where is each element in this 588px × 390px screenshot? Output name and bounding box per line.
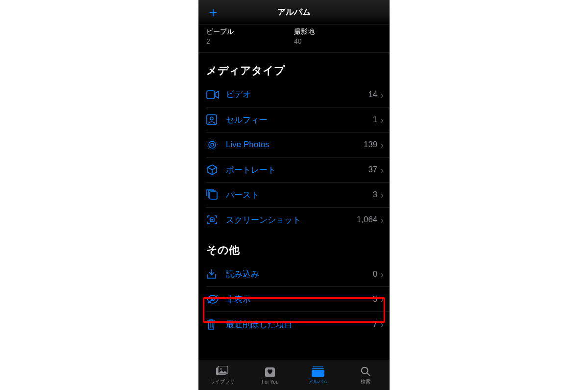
album-people[interactable]: ピープル 2 bbox=[206, 27, 294, 45]
row-label: ポートレート bbox=[226, 164, 368, 176]
album-name: 撮影地 bbox=[294, 27, 382, 36]
navbar: ＋ アルバム bbox=[198, 0, 390, 25]
media-type-list: ビデオ 14 › セルフィー 1 › Live Photos 139 › ポート… bbox=[198, 82, 390, 232]
section-header-media: メディアタイプ bbox=[198, 52, 390, 82]
row-count: 0 bbox=[373, 269, 377, 279]
row-count: 1,064 bbox=[357, 215, 378, 225]
row-label: Live Photos bbox=[226, 140, 364, 150]
svg-rect-6 bbox=[210, 192, 217, 199]
svg-line-21 bbox=[367, 373, 370, 376]
add-button[interactable]: ＋ bbox=[206, 5, 220, 19]
tab-search[interactable]: 検索 bbox=[342, 361, 390, 390]
svg-point-4 bbox=[209, 141, 216, 148]
album-count: 40 bbox=[294, 37, 382, 45]
row-count: 139 bbox=[364, 140, 377, 150]
row-screenshots[interactable]: スクリーンショット 1,064 › bbox=[206, 207, 390, 232]
tab-library[interactable]: ライブラリ bbox=[198, 361, 246, 390]
album-name: ピープル bbox=[206, 27, 294, 36]
top-album-row: ピープル 2 撮影地 40 bbox=[198, 25, 390, 52]
tab-label: For You bbox=[262, 379, 278, 385]
row-label: スクリーンショット bbox=[226, 214, 357, 226]
row-count: 14 bbox=[368, 90, 377, 100]
row-selfies[interactable]: セルフィー 1 › bbox=[206, 107, 390, 132]
row-count: 37 bbox=[368, 165, 377, 175]
live-photos-icon bbox=[206, 139, 226, 151]
row-count: 7 bbox=[373, 319, 377, 329]
row-label: ビデオ bbox=[226, 89, 368, 100]
chevron-right-icon: › bbox=[380, 190, 384, 200]
row-videos[interactable]: ビデオ 14 › bbox=[206, 82, 390, 107]
selfie-icon bbox=[206, 114, 226, 125]
svg-point-15 bbox=[220, 368, 221, 369]
tab-for-you[interactable]: For You bbox=[246, 361, 294, 390]
chevron-right-icon: › bbox=[380, 165, 384, 175]
chevron-right-icon: › bbox=[380, 215, 384, 225]
svg-rect-18 bbox=[312, 368, 324, 369]
row-label: 非表示 bbox=[226, 294, 373, 305]
svg-rect-17 bbox=[313, 366, 323, 367]
row-label: バースト bbox=[226, 189, 373, 201]
tab-bar: ライブラリ For You アルバム 検索 bbox=[198, 361, 390, 390]
row-hidden[interactable]: 非表示 5 › bbox=[206, 286, 390, 312]
svg-point-2 bbox=[210, 117, 213, 120]
row-label: セルフィー bbox=[226, 114, 373, 126]
cube-icon bbox=[206, 164, 226, 176]
trash-icon bbox=[206, 318, 226, 330]
chevron-right-icon: › bbox=[380, 294, 384, 304]
row-recently-deleted[interactable]: 最近削除した項目 7 › bbox=[206, 312, 390, 337]
tab-label: ライブラリ bbox=[210, 378, 235, 385]
chevron-right-icon: › bbox=[380, 115, 384, 125]
tab-label: アルバム bbox=[308, 378, 328, 385]
row-burst[interactable]: バースト 3 › bbox=[206, 182, 390, 207]
row-count: 3 bbox=[373, 190, 377, 200]
album-places[interactable]: 撮影地 40 bbox=[294, 27, 382, 45]
row-count: 5 bbox=[373, 294, 377, 304]
row-label: 最近削除した項目 bbox=[226, 319, 373, 330]
chevron-right-icon: › bbox=[380, 140, 384, 150]
chevron-right-icon: › bbox=[380, 269, 384, 279]
navbar-title: アルバム bbox=[277, 6, 311, 18]
svg-point-20 bbox=[362, 367, 368, 374]
chevron-right-icon: › bbox=[380, 90, 384, 100]
svg-rect-0 bbox=[207, 91, 215, 99]
other-list: 読み込み 0 › 非表示 5 › 最近削除した項目 7 › bbox=[198, 261, 390, 337]
eye-slash-icon bbox=[206, 294, 226, 304]
svg-point-3 bbox=[211, 143, 214, 146]
row-label: 読み込み bbox=[226, 268, 373, 280]
row-portrait[interactable]: ポートレート 37 › bbox=[206, 157, 390, 182]
svg-point-8 bbox=[211, 219, 213, 221]
section-header-other: その他 bbox=[198, 232, 390, 261]
row-live-photos[interactable]: Live Photos 139 › bbox=[206, 132, 390, 157]
row-imports[interactable]: 読み込み 0 › bbox=[206, 261, 390, 286]
chevron-right-icon: › bbox=[380, 319, 384, 329]
import-icon bbox=[206, 268, 226, 280]
screenshot-icon bbox=[206, 214, 226, 226]
phone-frame: ＋ アルバム ピープル 2 撮影地 40 メディアタイプ ビデオ 14 › セル… bbox=[198, 0, 390, 390]
row-count: 1 bbox=[373, 115, 377, 125]
svg-rect-19 bbox=[312, 370, 324, 377]
burst-icon bbox=[206, 189, 226, 200]
tab-label: 検索 bbox=[361, 378, 370, 385]
tab-albums[interactable]: アルバム bbox=[294, 361, 342, 390]
video-icon bbox=[206, 90, 226, 99]
album-count: 2 bbox=[206, 37, 294, 45]
